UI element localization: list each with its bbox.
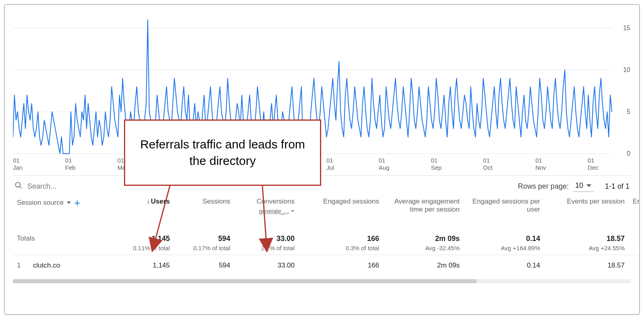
chevron-down-icon [291, 210, 294, 212]
table-toolbar: Rows per page: 10 1-1 of 1 [13, 175, 631, 194]
totals-engaged-sub: 0.3% of total [303, 245, 379, 251]
y-tick-label: 5 [627, 108, 630, 115]
source-table: Session source + Users Sessions Conversi… [13, 194, 640, 278]
svg-point-6 [16, 183, 21, 187]
totals-avgt-sub: Avg -32.45% [387, 245, 460, 251]
col-events-per-session[interactable]: Events per session [567, 198, 625, 205]
totals-users-value: 1,145 [109, 235, 170, 243]
search-input[interactable] [27, 182, 131, 191]
totals-engaged-value: 166 [303, 235, 379, 243]
search-icon [14, 181, 23, 191]
col-truncated: En [633, 198, 640, 205]
y-tick-label: 0 [627, 150, 630, 157]
row-avg-engagement: 2m 09s [383, 255, 464, 278]
annotation-callout: Referrals traffic and leads from the dir… [124, 119, 321, 186]
col-sessions[interactable]: Sessions [202, 198, 230, 205]
horizontal-scrollbar[interactable] [13, 279, 631, 283]
totals-epu-value: 0.14 [468, 235, 540, 243]
row-events-per-session: 18.57 [544, 255, 629, 278]
chart-area: 051015 01Jan01Feb01Mar01Apr01May01Jun01J… [13, 12, 631, 173]
annotation-text: Referrals traffic and leads from the dir… [137, 136, 308, 169]
row-engaged-sessions: 166 [299, 255, 383, 278]
y-tick-label: 10 [623, 66, 630, 74]
col-conversions[interactable]: Conversions [257, 198, 295, 205]
row-users: 1,145 [105, 255, 174, 278]
col-users[interactable]: Users [147, 198, 170, 205]
totals-epu-sub: Avg +164.89% [468, 245, 540, 251]
totals-conversions-sub: 2.2% of total [238, 245, 295, 251]
totals-avgt-value: 2m 09s [387, 235, 460, 243]
rows-per-page-label: Rows per page: [518, 182, 569, 191]
row-source[interactable]: clutch.co [33, 261, 60, 269]
totals-conversions-value: 33.00 [238, 235, 295, 243]
col-session-source[interactable]: Session source [17, 199, 64, 207]
totals-sessions-sub: 0.17% of total [178, 245, 230, 251]
rows-per-page-select[interactable]: 10 [573, 181, 594, 192]
row-engaged-per-user: 0.14 [464, 255, 544, 278]
totals-users-sub: 0.11% of total [109, 245, 170, 251]
pagination-range: 1-1 of 1 [605, 182, 630, 191]
totals-eps-sub: Avg +24.55% [548, 245, 625, 251]
chevron-down-icon [67, 202, 71, 204]
row-conversions: 33.00 [234, 255, 299, 278]
table-row[interactable]: 1clutch.co1,14559433.001662m 09s0.1418.5… [13, 255, 640, 278]
row-sessions: 594 [174, 255, 234, 278]
svg-line-7 [20, 187, 22, 189]
totals-eps-value: 18.57 [548, 235, 625, 243]
col-avg-engagement[interactable]: Average engagement time per session [394, 198, 460, 213]
row-index: 1 [17, 261, 21, 269]
totals-sessions-value: 594 [178, 235, 230, 243]
col-engaged-sessions[interactable]: Engaged sessions [323, 198, 379, 205]
add-dimension-button[interactable]: + [74, 198, 80, 208]
y-tick-label: 15 [623, 25, 630, 32]
totals-label: Totals [17, 235, 35, 242]
rows-per-page-value: 10 [575, 181, 583, 190]
conversions-filter[interactable]: generate_... [259, 208, 295, 214]
chevron-down-icon [586, 184, 591, 187]
col-engaged-per-user[interactable]: Engaged sessions per user [473, 198, 540, 213]
